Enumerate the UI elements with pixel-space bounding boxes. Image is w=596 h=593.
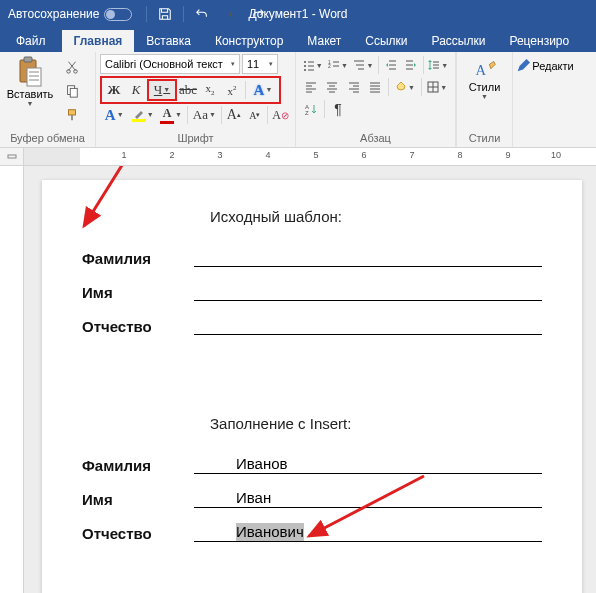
- autosave-toggle[interactable]: [104, 8, 132, 21]
- redo-icon[interactable]: [246, 2, 270, 26]
- svg-rect-2: [27, 68, 41, 86]
- bold-button[interactable]: Ж: [103, 79, 125, 101]
- justify-button[interactable]: [365, 76, 387, 98]
- save-icon[interactable]: [153, 2, 177, 26]
- label-lastname: Фамилия: [82, 250, 194, 267]
- label-firstname: Имя: [82, 284, 194, 301]
- row-firstname-2: Имя Иван: [82, 484, 542, 508]
- text-effects-glow-button[interactable]: A▼: [100, 104, 128, 126]
- numbering-button[interactable]: 12▼: [325, 54, 350, 76]
- editing-button[interactable]: Редакти: [516, 56, 573, 76]
- line-spacing-button[interactable]: ▼: [426, 54, 451, 76]
- svg-rect-10: [69, 110, 76, 115]
- row-lastname-2: Фамилия Иванов: [82, 450, 542, 474]
- svg-point-14: [304, 65, 306, 67]
- show-marks-button[interactable]: ¶: [327, 98, 349, 120]
- svg-point-16: [304, 69, 306, 71]
- field-lastname-1[interactable]: [194, 247, 542, 267]
- field-patronymic-2[interactable]: Иванович: [194, 522, 542, 542]
- horizontal-ruler[interactable]: 1 2 3 4 5 6 7 8 9 10: [24, 148, 596, 166]
- highlight-button[interactable]: ▼: [128, 104, 156, 126]
- section2-title: Заполнение с Insert:: [210, 415, 542, 432]
- svg-text:2: 2: [328, 63, 331, 69]
- superscript-button[interactable]: x2: [221, 79, 243, 101]
- styles-button[interactable]: A Стили ▼: [465, 60, 505, 100]
- group-label-font: Шрифт: [100, 132, 291, 146]
- qat-customize-icon[interactable]: ▼: [274, 2, 298, 26]
- strikethrough-button[interactable]: abc: [177, 79, 199, 101]
- format-painter-button[interactable]: [58, 104, 86, 126]
- paste-dropdown-icon[interactable]: ▼: [27, 100, 34, 107]
- sort-button[interactable]: AZ: [300, 98, 322, 120]
- copy-button[interactable]: [58, 80, 86, 102]
- chevron-down-icon: ▾: [269, 60, 273, 68]
- svg-rect-1: [24, 57, 32, 62]
- shrink-font-button[interactable]: A▾: [244, 104, 265, 126]
- group-font: Calibri (Основной текст▾ 11▾ Ж К Ч▼ abc …: [96, 52, 296, 147]
- subscript-button[interactable]: x2: [199, 79, 221, 101]
- borders-button[interactable]: ▼: [424, 76, 451, 98]
- chevron-down-icon: ▼: [163, 86, 170, 94]
- section1-title: Исходный шаблон:: [210, 208, 542, 225]
- tab-mailings[interactable]: Рассылки: [420, 30, 498, 52]
- underline-button[interactable]: Ч▼: [147, 79, 177, 101]
- shading-button[interactable]: ▼: [391, 76, 418, 98]
- styles-label: Стили: [469, 81, 501, 93]
- align-left-button[interactable]: [300, 76, 322, 98]
- scroll-pane[interactable]: Исходный шаблон: Фамилия Имя Отчество За…: [24, 166, 596, 593]
- group-clipboard: Вставить ▼ Буфер обмена: [0, 52, 96, 147]
- multilevel-list-button[interactable]: ▼: [351, 54, 376, 76]
- tab-insert[interactable]: Вставка: [134, 30, 203, 52]
- page[interactable]: Исходный шаблон: Фамилия Имя Отчество За…: [42, 180, 582, 593]
- field-firstname-1[interactable]: [194, 281, 542, 301]
- cut-button[interactable]: [58, 56, 86, 78]
- tab-layout[interactable]: Макет: [295, 30, 353, 52]
- tab-home[interactable]: Главная: [62, 30, 135, 52]
- font-size-value: 11: [247, 58, 259, 70]
- tab-file[interactable]: Файл: [0, 30, 62, 52]
- font-color-button[interactable]: A▼: [157, 104, 185, 126]
- document-area: Исходный шаблон: Фамилия Имя Отчество За…: [0, 166, 596, 593]
- tab-references[interactable]: Ссылки: [353, 30, 419, 52]
- svg-rect-9: [70, 88, 77, 97]
- bullets-button[interactable]: ▼: [300, 54, 325, 76]
- group-styles: A Стили ▼ Стили: [457, 52, 513, 147]
- font-name-combo[interactable]: Calibri (Основной текст▾: [100, 54, 240, 74]
- decrease-indent-button[interactable]: [381, 54, 401, 76]
- tab-design[interactable]: Конструктор: [203, 30, 295, 52]
- svg-rect-57: [8, 155, 16, 158]
- text-effects-button[interactable]: A▼: [248, 79, 278, 101]
- chevron-down-icon: ▼: [481, 93, 488, 100]
- row-firstname-1: Имя: [82, 277, 542, 301]
- grow-font-button[interactable]: A▴: [224, 104, 245, 126]
- paste-button[interactable]: Вставить ▼: [4, 54, 56, 126]
- group-label-styles: Стили: [469, 132, 501, 146]
- undo-icon[interactable]: [190, 2, 214, 26]
- chevron-down-icon: ▾: [231, 60, 235, 68]
- tab-review[interactable]: Рецензиро: [497, 30, 581, 52]
- font-size-combo[interactable]: 11▾: [242, 54, 278, 74]
- group-label-paragraph: Абзац: [300, 132, 451, 146]
- change-case-button[interactable]: Aa▼: [190, 104, 218, 126]
- undo-dropdown-icon[interactable]: ▼: [218, 2, 242, 26]
- field-patronymic-1[interactable]: [194, 315, 542, 335]
- align-center-button[interactable]: [322, 76, 344, 98]
- svg-point-12: [304, 61, 306, 63]
- field-firstname-2[interactable]: Иван: [194, 488, 542, 508]
- vertical-ruler[interactable]: [0, 166, 24, 593]
- label-patronymic: Отчество: [82, 318, 194, 335]
- ruler-corner[interactable]: [0, 148, 24, 166]
- label-patronymic: Отчество: [82, 525, 194, 542]
- row-lastname-1: Фамилия: [82, 243, 542, 267]
- italic-button[interactable]: К: [125, 79, 147, 101]
- autosave-label: Автосохранение: [8, 7, 99, 21]
- field-lastname-2[interactable]: Иванов: [194, 454, 542, 474]
- editing-label: Редакти: [532, 60, 573, 72]
- align-right-button[interactable]: [343, 76, 365, 98]
- clear-formatting-button[interactable]: A⊘: [270, 104, 291, 126]
- row-patronymic-2: Отчество Иванович: [82, 518, 542, 542]
- ruler-area: 1 2 3 4 5 6 7 8 9 10: [0, 148, 596, 166]
- paste-icon: [16, 56, 44, 88]
- ribbon: Вставить ▼ Буфер обмена Calibri (Основно…: [0, 52, 596, 148]
- increase-indent-button[interactable]: [401, 54, 421, 76]
